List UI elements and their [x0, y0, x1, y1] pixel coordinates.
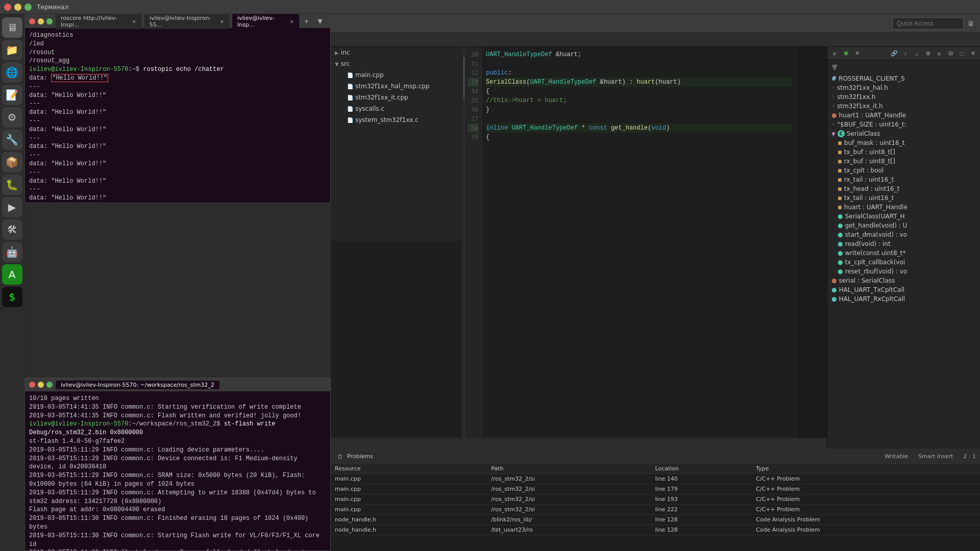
term-min-btn[interactable]	[38, 18, 44, 24]
dock-icon-terminal[interactable]: 🖥	[2, 17, 22, 38]
outline-item-it-h[interactable]: ◦ stm32f1xx_it.h	[827, 102, 980, 111]
right-panel-toolbar2: ≡ ⊕ ✕ 🔗 ↑ ↓ ⊕ ≡ ⊟ □ ✕	[827, 47, 980, 60]
problem-row-4[interactable]: main.cpp /ros_stm32_2/si line 222 C/C++ …	[331, 505, 980, 515]
outline-item-serial[interactable]: ● serial : SerialClass	[827, 276, 980, 285]
dock-icon-settings[interactable]: ⚙	[2, 107, 22, 128]
dock-icon-files[interactable]: 📁	[2, 40, 22, 60]
problems-table: Resource Path Location Type main.cpp /ro…	[331, 464, 980, 535]
dock-icon-ros[interactable]: 🤖	[2, 242, 22, 262]
dock-icon-arduino[interactable]: A	[2, 264, 22, 285]
problem-row-5[interactable]: node_handle.h /blink2/ros_lib/ line 128 …	[331, 515, 980, 525]
dock-icon-tools[interactable]: 🛠	[2, 219, 22, 240]
rp-btn-g[interactable]: ⊕	[923, 48, 933, 59]
code-line-33: SerialClass(UART_HandleTypeDef &huart) :…	[486, 78, 792, 87]
outline-item-tx-tail[interactable]: ◾ tx_tail : uint16_t	[827, 193, 980, 203]
bottom-term-min[interactable]	[38, 382, 44, 388]
tree-item-syscalls[interactable]: 📄 syscalls.c	[331, 103, 463, 114]
close-button[interactable]	[4, 4, 11, 11]
bottom-terminal-content[interactable]: 10/10 pages written 2019-03-05T14:41:35 …	[25, 391, 330, 550]
term-max-btn[interactable]	[46, 18, 53, 24]
tree-item-it-cpp[interactable]: 📄 stm32f1xx_it.cpp	[331, 92, 463, 103]
outline-item-constructor[interactable]: ● SerialClass(UART_H	[827, 212, 980, 221]
outline-item-tx-callback[interactable]: ● tx_cplt_callback(voi	[827, 258, 980, 267]
outline-item-reset-rbuf[interactable]: ● reset_rbuf(void) : vo	[827, 267, 980, 276]
terminal-tab-3-active[interactable]: ivliev@ivliev-Insp... ✕	[232, 14, 299, 29]
dock-icon-run[interactable]: ▶	[2, 197, 22, 217]
bt-line-8: 2019-03-05T15:11:29 INFO common.c: SRAM …	[29, 471, 326, 489]
outline-item-huart-member[interactable]: ◾ huart : UART_Handle	[827, 203, 980, 212]
problem-row-3[interactable]: main.cpp /ros_stm32_2/si line 193 C/C++ …	[331, 494, 980, 505]
outline-item-hal-h[interactable]: ◦ stm32f1xx_hal.h	[827, 83, 980, 92]
line-data-1: data: "Hello World!!"	[29, 74, 326, 83]
rp-btn-j[interactable]: □	[957, 48, 967, 59]
rp-btn-d[interactable]: 🔗	[889, 48, 899, 59]
maximize-button[interactable]	[24, 4, 32, 11]
problems-minimize-btn[interactable]: 🗒	[335, 452, 345, 462]
rp-btn-i[interactable]: ⊟	[945, 48, 955, 59]
outline-item-bufsize[interactable]: ◦ °$BUF_SIZE : uint16_t:	[827, 120, 980, 129]
outline-item-hal-rx[interactable]: ● HAL_UART_RxCpltCall	[827, 294, 980, 304]
line-diagnostics: /diagnostics	[29, 31, 326, 40]
outline-item-start-dma[interactable]: ● start_dma(void) : vo	[827, 230, 980, 239]
tree-item-inc[interactable]: ▶ inc	[331, 47, 463, 58]
outline-item-tx-buf[interactable]: ◾ tx_buf : uint8_t[]	[827, 147, 980, 157]
bottom-term-close[interactable]	[29, 382, 35, 388]
rp-btn-f[interactable]: ↓	[912, 48, 922, 59]
outline-item-write[interactable]: ● write(const uint8_t*	[827, 248, 980, 258]
line-led: /led	[29, 40, 326, 48]
dock-icon-browser[interactable]: 🌐	[2, 62, 22, 83]
line-sep-7: ---	[29, 185, 326, 194]
terminal-dropdown-btn[interactable]: ▼	[314, 17, 326, 26]
outline-item-get-handle[interactable]: ● get_handle(void) : U	[827, 221, 980, 230]
bottom-terminal-tab[interactable]: ivliev@ivliev-Inspiron-5570: ~/workspace…	[56, 381, 219, 389]
outline-item-buf-mask[interactable]: ◾ buf_mask : uint16_t	[827, 138, 980, 147]
terminal-tab-roscore[interactable]: roscore http://ivliev-Inspi... ✕	[56, 14, 141, 29]
outline-item-huart[interactable]: ● huart1 : UART_Handle	[827, 111, 980, 120]
outline-item-hal-tx[interactable]: ● HAL_UART_TxCpltCall	[827, 285, 980, 294]
outline-item-rx-tail[interactable]: ◾ rx_tail : uint16_t	[827, 175, 980, 184]
toolbar-btn-view[interactable]: 🖥	[965, 17, 977, 30]
terminal-new-tab-btn[interactable]: +	[302, 17, 311, 26]
problem-row-2[interactable]: main.cpp /ros_stm32_2/si line 179 C/C++ …	[331, 484, 980, 494]
dock-icon-editor[interactable]: 📝	[2, 85, 22, 105]
bt-line-13: 2019-03-05T15:11:30 INFO flash_loader.c:…	[29, 548, 326, 550]
terminal-tab-2[interactable]: ivliev@ivliev-Inspiron-55... ✕	[144, 14, 229, 29]
problem-row-6[interactable]: node_handle.h /tet_usart23/ro line 128 C…	[331, 525, 980, 535]
title-bar-controls	[4, 4, 32, 11]
code-line-39: {	[486, 133, 792, 142]
line-data-3: data: "Hello World!!"	[29, 108, 326, 117]
problem-row-1[interactable]: main.cpp /ros_stm32_2/si line 140 C/C++ …	[331, 474, 980, 484]
rp-btn-a[interactable]: ≡	[829, 48, 840, 59]
dock-icon-terminal2[interactable]: $	[2, 287, 22, 307]
tree-item-system[interactable]: 📄 system_stm32f1xx.c	[331, 114, 463, 126]
outline-item-rosserial[interactable]: # ROSSERIAL_CLIENT_S	[827, 74, 980, 83]
dock-icon-package[interactable]: 📦	[2, 152, 22, 172]
tree-item-src[interactable]: ▼ src	[331, 58, 463, 69]
quick-access-input[interactable]	[892, 17, 964, 30]
outline-expand-arrow[interactable]: ▼	[827, 60, 980, 74]
outline-item-stm-h[interactable]: ◦ stm32f1xx.h	[827, 92, 980, 102]
tree-item-main-cpp[interactable]: 📄 main.cpp	[331, 69, 463, 81]
outline-item-serialclass[interactable]: ▼ C SerialClass	[827, 129, 980, 138]
terminal-tab-close-1[interactable]: ✕	[132, 19, 136, 24]
outline-item-rx-buf[interactable]: ◾ rx_buf : uint8_t[]	[827, 157, 980, 166]
rp-btn-c[interactable]: ✕	[852, 48, 862, 59]
rp-btn-k[interactable]: ✕	[968, 48, 978, 59]
terminal-tab-close-3[interactable]: ✕	[289, 19, 293, 24]
outline-item-tx-head[interactable]: ◾ tx_head : uint16_t	[827, 184, 980, 193]
dock-icon-build[interactable]: 🔧	[2, 130, 22, 150]
rp-btn-h[interactable]: ≡	[934, 48, 944, 59]
rp-btn-e[interactable]: ↑	[900, 48, 911, 59]
minimize-button[interactable]	[14, 4, 21, 11]
terminal-tab-close-2[interactable]: ✕	[220, 19, 224, 24]
term-close-btn[interactable]	[29, 18, 35, 24]
rp-btn-b[interactable]: ⊕	[841, 48, 851, 59]
outline-item-read[interactable]: ● read(void) : int	[827, 239, 980, 248]
bottom-term-max[interactable]	[46, 382, 53, 388]
dock-icon-debug[interactable]: 🐛	[2, 174, 22, 195]
terminal-top-content[interactable]: /diagnostics /led /rosout /rosout_agg iv…	[25, 28, 330, 203]
code-content[interactable]: UART_HandleTypeDef &huart; public: Seria…	[482, 47, 796, 438]
line-data-4: data: "Hello World!!"	[29, 126, 326, 134]
tree-item-hal-msp[interactable]: 📄 stm32f1xx_hal_msp.cpp	[331, 81, 463, 92]
outline-item-tx-cplt[interactable]: ◾ tx_cplt : bool	[827, 166, 980, 175]
